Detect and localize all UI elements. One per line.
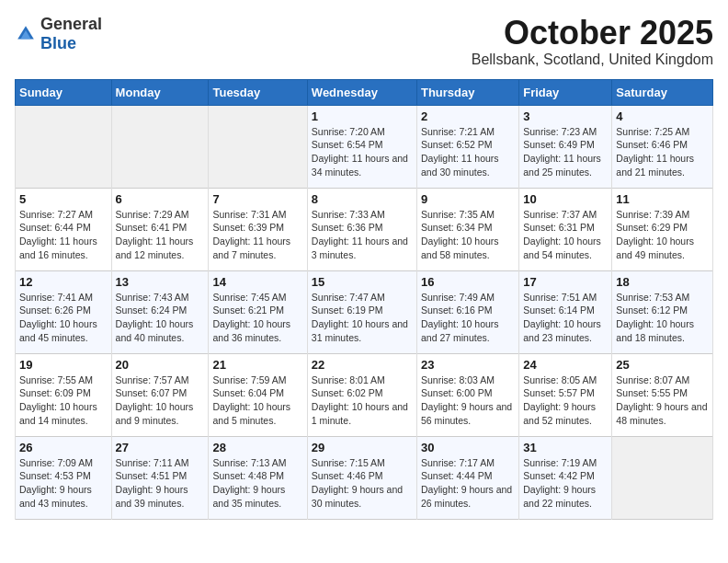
table-row: 29Sunrise: 7:15 AMSunset: 4:46 PMDayligh… bbox=[307, 436, 416, 519]
header-friday: Friday bbox=[519, 79, 612, 105]
day-number: 31 bbox=[523, 441, 608, 454]
table-row: 19Sunrise: 7:55 AMSunset: 6:09 PMDayligh… bbox=[16, 353, 112, 436]
day-info: Sunrise: 7:39 AMSunset: 6:29 PMDaylight:… bbox=[616, 209, 694, 260]
day-number: 14 bbox=[212, 275, 302, 289]
header-saturday: Saturday bbox=[612, 79, 713, 105]
day-info: Sunrise: 7:55 AMSunset: 6:09 PMDaylight:… bbox=[19, 374, 97, 426]
table-row: 31Sunrise: 7:19 AMSunset: 4:42 PMDayligh… bbox=[519, 436, 612, 519]
day-number: 4 bbox=[616, 109, 709, 123]
table-row: 28Sunrise: 7:13 AMSunset: 4:48 PMDayligh… bbox=[209, 436, 307, 519]
day-info: Sunrise: 8:03 AMSunset: 6:00 PMDaylight:… bbox=[421, 374, 512, 426]
table-row: 8Sunrise: 7:33 AMSunset: 6:36 PMDaylight… bbox=[307, 188, 416, 270]
day-info: Sunrise: 7:15 AMSunset: 4:46 PMDaylight:… bbox=[312, 457, 403, 509]
day-info: Sunrise: 7:35 AMSunset: 6:34 PMDaylight:… bbox=[421, 209, 499, 260]
day-number: 21 bbox=[212, 358, 302, 372]
title-area: October 2025 Bellsbank, Scotland, United… bbox=[472, 15, 713, 68]
day-number: 1 bbox=[312, 109, 413, 123]
table-row: 23Sunrise: 8:03 AMSunset: 6:00 PMDayligh… bbox=[416, 353, 518, 436]
logo-icon bbox=[15, 23, 37, 45]
day-info: Sunrise: 7:49 AMSunset: 6:16 PMDaylight:… bbox=[421, 292, 499, 343]
table-row: 2Sunrise: 7:21 AMSunset: 6:52 PMDaylight… bbox=[416, 105, 518, 188]
header-thursday: Thursday bbox=[416, 79, 518, 105]
day-number: 9 bbox=[421, 192, 515, 206]
table-row bbox=[16, 105, 112, 188]
day-number: 3 bbox=[523, 109, 608, 123]
day-info: Sunrise: 7:31 AMSunset: 6:39 PMDaylight:… bbox=[212, 209, 290, 260]
day-info: Sunrise: 7:47 AMSunset: 6:19 PMDaylight:… bbox=[312, 292, 408, 343]
day-number: 24 bbox=[523, 358, 608, 372]
day-number: 17 bbox=[523, 275, 608, 289]
table-row: 9Sunrise: 7:35 AMSunset: 6:34 PMDaylight… bbox=[416, 188, 518, 270]
day-number: 19 bbox=[19, 358, 108, 372]
logo-general: General bbox=[40, 15, 102, 33]
day-number: 16 bbox=[421, 275, 515, 289]
day-info: Sunrise: 7:41 AMSunset: 6:26 PMDaylight:… bbox=[19, 292, 97, 343]
day-number: 10 bbox=[523, 192, 608, 206]
table-row: 5Sunrise: 7:27 AMSunset: 6:44 PMDaylight… bbox=[16, 188, 112, 270]
day-number: 20 bbox=[116, 358, 205, 372]
table-row: 10Sunrise: 7:37 AMSunset: 6:31 PMDayligh… bbox=[519, 188, 612, 270]
day-info: Sunrise: 7:21 AMSunset: 6:52 PMDaylight:… bbox=[421, 126, 499, 178]
day-info: Sunrise: 7:27 AMSunset: 6:44 PMDaylight:… bbox=[19, 209, 97, 260]
table-row bbox=[612, 436, 713, 519]
day-info: Sunrise: 7:19 AMSunset: 4:42 PMDaylight:… bbox=[523, 457, 597, 509]
main-title: October 2025 bbox=[472, 15, 713, 52]
day-info: Sunrise: 7:33 AMSunset: 6:36 PMDaylight:… bbox=[312, 209, 408, 260]
table-row: 7Sunrise: 7:31 AMSunset: 6:39 PMDaylight… bbox=[209, 188, 307, 270]
day-info: Sunrise: 7:17 AMSunset: 4:44 PMDaylight:… bbox=[421, 457, 512, 509]
day-number: 5 bbox=[19, 192, 108, 206]
table-row: 18Sunrise: 7:53 AMSunset: 6:12 PMDayligh… bbox=[612, 270, 713, 353]
calendar-week-5: 26Sunrise: 7:09 AMSunset: 4:53 PMDayligh… bbox=[16, 436, 713, 519]
day-info: Sunrise: 8:01 AMSunset: 6:02 PMDaylight:… bbox=[312, 374, 408, 426]
day-number: 26 bbox=[19, 441, 108, 454]
table-row bbox=[111, 105, 209, 188]
table-row: 27Sunrise: 7:11 AMSunset: 4:51 PMDayligh… bbox=[111, 436, 209, 519]
table-row bbox=[209, 105, 307, 188]
calendar-week-3: 12Sunrise: 7:41 AMSunset: 6:26 PMDayligh… bbox=[16, 270, 713, 353]
day-number: 12 bbox=[19, 275, 108, 289]
logo: General Blue bbox=[15, 15, 102, 53]
day-info: Sunrise: 8:05 AMSunset: 5:57 PMDaylight:… bbox=[523, 374, 597, 426]
day-info: Sunrise: 7:57 AMSunset: 6:07 PMDaylight:… bbox=[116, 374, 194, 426]
day-info: Sunrise: 7:09 AMSunset: 4:53 PMDaylight:… bbox=[19, 457, 93, 509]
table-row: 20Sunrise: 7:57 AMSunset: 6:07 PMDayligh… bbox=[111, 353, 209, 436]
header-wednesday: Wednesday bbox=[307, 79, 416, 105]
day-number: 2 bbox=[421, 109, 515, 123]
table-row: 17Sunrise: 7:51 AMSunset: 6:14 PMDayligh… bbox=[519, 270, 612, 353]
calendar-table: Sunday Monday Tuesday Wednesday Thursday… bbox=[15, 79, 713, 520]
day-number: 28 bbox=[212, 441, 302, 454]
day-number: 30 bbox=[421, 441, 515, 454]
table-row: 15Sunrise: 7:47 AMSunset: 6:19 PMDayligh… bbox=[307, 270, 416, 353]
day-number: 6 bbox=[116, 192, 205, 206]
table-row: 4Sunrise: 7:25 AMSunset: 6:46 PMDaylight… bbox=[612, 105, 713, 188]
day-info: Sunrise: 7:20 AMSunset: 6:54 PMDaylight:… bbox=[312, 126, 408, 178]
header-sunday: Sunday bbox=[16, 79, 112, 105]
calendar-week-1: 1Sunrise: 7:20 AMSunset: 6:54 PMDaylight… bbox=[16, 105, 713, 188]
table-row: 16Sunrise: 7:49 AMSunset: 6:16 PMDayligh… bbox=[416, 270, 518, 353]
table-row: 13Sunrise: 7:43 AMSunset: 6:24 PMDayligh… bbox=[111, 270, 209, 353]
calendar-week-4: 19Sunrise: 7:55 AMSunset: 6:09 PMDayligh… bbox=[16, 353, 713, 436]
day-info: Sunrise: 7:45 AMSunset: 6:21 PMDaylight:… bbox=[212, 292, 290, 343]
day-number: 22 bbox=[312, 358, 413, 372]
table-row: 1Sunrise: 7:20 AMSunset: 6:54 PMDaylight… bbox=[307, 105, 416, 188]
day-number: 15 bbox=[312, 275, 413, 289]
day-info: Sunrise: 7:59 AMSunset: 6:04 PMDaylight:… bbox=[212, 374, 290, 426]
table-row: 26Sunrise: 7:09 AMSunset: 4:53 PMDayligh… bbox=[16, 436, 112, 519]
day-number: 11 bbox=[616, 192, 709, 206]
table-row: 24Sunrise: 8:05 AMSunset: 5:57 PMDayligh… bbox=[519, 353, 612, 436]
day-number: 23 bbox=[421, 358, 515, 372]
day-number: 18 bbox=[616, 275, 709, 289]
day-info: Sunrise: 8:07 AMSunset: 5:55 PMDaylight:… bbox=[616, 374, 707, 426]
day-number: 29 bbox=[312, 441, 413, 454]
page-header: General Blue October 2025 Bellsbank, Sco… bbox=[15, 15, 713, 68]
table-row: 3Sunrise: 7:23 AMSunset: 6:49 PMDaylight… bbox=[519, 105, 612, 188]
header-tuesday: Tuesday bbox=[209, 79, 307, 105]
calendar-header-row: Sunday Monday Tuesday Wednesday Thursday… bbox=[16, 79, 713, 105]
day-number: 13 bbox=[116, 275, 205, 289]
header-monday: Monday bbox=[111, 79, 209, 105]
day-info: Sunrise: 7:29 AMSunset: 6:41 PMDaylight:… bbox=[116, 209, 194, 260]
day-info: Sunrise: 7:23 AMSunset: 6:49 PMDaylight:… bbox=[523, 126, 601, 178]
day-info: Sunrise: 7:25 AMSunset: 6:46 PMDaylight:… bbox=[616, 126, 694, 178]
table-row: 14Sunrise: 7:45 AMSunset: 6:21 PMDayligh… bbox=[209, 270, 307, 353]
day-info: Sunrise: 7:51 AMSunset: 6:14 PMDaylight:… bbox=[523, 292, 601, 343]
